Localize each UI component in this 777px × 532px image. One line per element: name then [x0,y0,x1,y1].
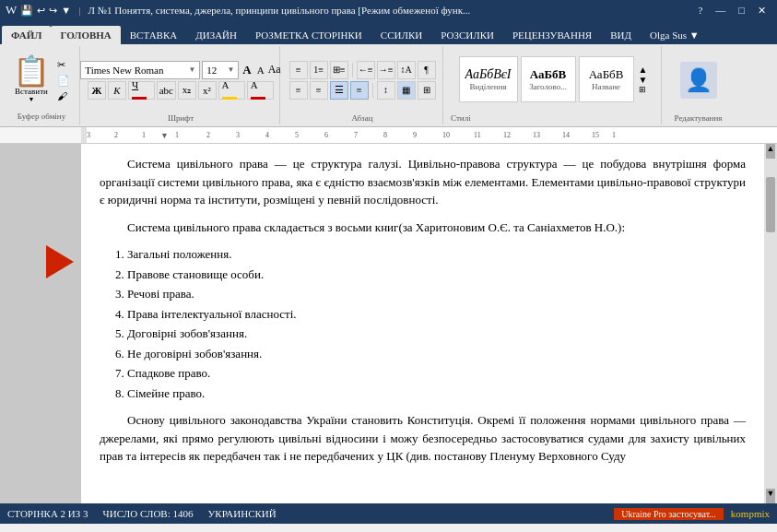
maximize-btn[interactable]: □ [733,4,750,18]
para-divider2 [372,83,373,98]
superscript-button[interactable]: x² [198,81,217,100]
cut-button[interactable]: ✂ [55,58,72,72]
redo-btn[interactable]: ↪ [49,5,57,17]
styles-down[interactable]: ▼ [639,75,648,85]
kompmix-link[interactable]: kompmix [731,508,770,519]
format-painter-button[interactable]: 🖌 [55,89,72,102]
ad-banner[interactable]: Ukraine Pro застосуват... [614,508,724,520]
paste-chevron: ▼ [29,96,35,103]
font-group-content: Times New Roman ▼ 12 ▼ A A Aa Ж К Ч [88,48,274,112]
numbered-list: Загальні положення. Правове становище ос… [127,245,746,402]
ruler-marker-0: 1 [175,131,179,139]
font-name-dropdown[interactable]: Times New Roman ▼ [80,61,200,79]
font-size-dropdown[interactable]: 12 ▼ [202,61,239,79]
copy-button[interactable]: 📄 [55,74,72,88]
ribbon: 📋 Вставити ▼ ✂ 📄 🖌 Буфер обміну Times Ne… [0,44,777,127]
ruler-marker-7b: 8 [383,131,387,139]
editing-icon[interactable]: 👤 [680,62,717,99]
paragraph-group: ≡ 1≡ ⊞≡ ←≡ →≡ ↕A ¶ ≡ ≡ ☰ ≡ ↕ ▦ ⊞ Абзац [282,46,443,124]
paragraph-2: Система цивільного права складається з в… [100,219,746,237]
clipboard-main: 📋 Вставити ▼ ✂ 📄 🖌 [11,50,72,110]
tab-user[interactable]: Olga Sus ▼ [641,26,709,44]
tab-view[interactable]: ВИД [601,26,641,44]
para-row1: ≡ 1≡ ⊞≡ ←≡ →≡ ↕A ¶ [289,61,436,79]
document-page[interactable]: Система цивільного права — це структура … [81,144,764,503]
decrease-indent-button[interactable]: ←≡ [357,61,375,79]
title-bar-left: W 💾 ↩ ↪ ▼ | Л №1 Поняття, система, джере… [6,3,470,18]
ruler-indent-marker[interactable]: ▼ [160,131,169,140]
highlight-color-bar [222,97,237,100]
subscript-button[interactable]: x₂ [178,81,196,100]
tab-file[interactable]: ФАЙЛ [2,26,51,44]
tab-insert[interactable]: ВСТАВКА [121,26,186,44]
para-row2: ≡ ≡ ☰ ≡ ↕ ▦ ⊞ [289,81,436,100]
quick-save[interactable]: 💾 [20,5,33,17]
scroll-down-button[interactable]: ▼ [766,489,775,503]
style-preview-heading: АаБбВ [530,67,566,82]
underline-color-bar [132,97,147,100]
font-color-button[interactable]: A [247,81,274,100]
clipboard-small-buttons: ✂ 📄 🖌 [55,58,72,102]
tab-review[interactable]: РЕЦЕНЗУВАННЯ [503,26,601,44]
scroll-up-button[interactable]: ▲ [766,144,775,159]
help-btn[interactable]: ? [692,4,708,18]
font-size-value: 12 [206,65,217,76]
align-left-button[interactable]: ≡ [289,81,308,100]
close-btn[interactable]: ✕ [752,4,771,18]
tab-layout[interactable]: РОЗМЕТКА СТОРІНКИ [246,26,371,44]
numbering-button[interactable]: 1≡ [310,61,328,79]
style-box-title[interactable]: АаБбВ Назване [579,56,634,102]
align-center-button[interactable]: ≡ [310,81,328,100]
left-margin [0,144,81,503]
bullets-button[interactable]: ≡ [289,61,308,79]
para-divider1 [352,63,353,77]
highlight-button[interactable]: A [218,81,245,100]
strikethrough-button[interactable]: abc [157,81,175,100]
styles-more[interactable]: ⊞ [639,85,648,94]
paragraph-1: Система цивільного права — це структура … [100,155,746,209]
tab-home[interactable]: ГОЛОВНА [51,26,120,44]
style-box-normal[interactable]: АаБбВєI Виділення [459,56,518,102]
title-text: Л №1 Поняття, система, джерела, принципи… [88,5,470,16]
bold-button[interactable]: Ж [88,81,106,100]
multilevel-button[interactable]: ⊞≡ [330,61,348,79]
list-item-5: Договірні зобов'язання. [127,325,746,343]
tab-references[interactable]: ССИЛКИ [371,26,431,44]
styles-up[interactable]: ▲ [639,65,648,75]
align-justify-button[interactable]: ≡ [350,81,369,100]
right-scrollbar[interactable]: ▲ ▼ [764,144,777,503]
underline-button[interactable]: Ч [128,81,155,100]
undo-btn[interactable]: ↩ [37,5,45,17]
editing-group-label: Редактування [675,112,723,123]
style-box-heading[interactable]: АаБбВ Заголово... [521,56,576,102]
minimize-btn[interactable]: — [710,4,731,18]
tab-mailings[interactable]: РОЗСИЛКИ [431,26,503,44]
clipboard-group: 📋 Вставити ▼ ✂ 📄 🖌 Буфер обміну [4,46,80,124]
ruler-marker-1: 1 [142,131,146,139]
ruler-marker-9b: 10 [442,131,450,139]
font-color-bar [251,97,265,100]
status-bar: СТОРІНКА 2 ИЗ 3 ЧИСЛО СЛОВ: 1406 УКРАИНС… [0,503,777,524]
customize-btn[interactable]: ▼ [61,5,71,16]
increase-indent-button[interactable]: →≡ [377,61,395,79]
style-label-title: Назване [592,82,620,91]
ruler-marker-13b: 14 [562,131,570,139]
align-right-button[interactable]: ☰ [330,81,348,100]
tab-design[interactable]: ДИЗАЙН [186,26,246,44]
line-spacing-button[interactable]: ↕ [377,81,395,100]
clipboard-label: Буфер обміну [18,112,65,121]
clear-format-button[interactable]: Aa [268,63,281,77]
paste-button[interactable]: 📋 Вставити ▼ [11,54,52,105]
sort-button[interactable]: ↕A [397,61,416,79]
paste-label: Вставити [15,87,48,96]
grow-font-button[interactable]: A [241,63,253,77]
italic-button[interactable]: К [108,81,126,100]
shading-button[interactable]: ▦ [397,81,416,100]
scroll-thumb[interactable] [766,177,775,232]
paragraph-group-content: ≡ 1≡ ⊞≡ ←≡ →≡ ↕A ¶ ≡ ≡ ☰ ≡ ↕ ▦ ⊞ [288,48,437,112]
borders-button[interactable]: ⊞ [418,81,436,100]
shrink-font-button[interactable]: A [255,65,266,76]
list-item-2: Правове становище особи. [127,266,746,284]
show-hide-button[interactable]: ¶ [418,61,436,79]
editing-group: 👤 Редактування [664,46,733,124]
